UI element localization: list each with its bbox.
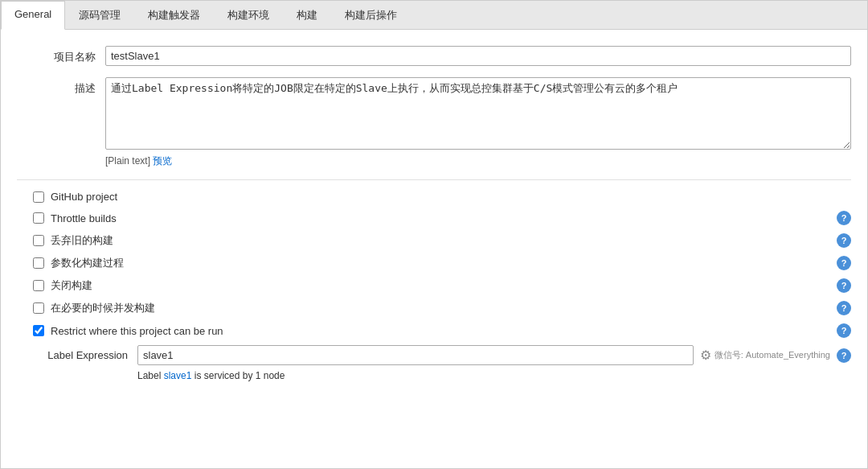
checkbox-row-disable-build: 关闭构建 ?: [17, 274, 851, 297]
restrict-where-checkbox[interactable]: [33, 325, 44, 336]
project-name-input[interactable]: [105, 46, 851, 66]
watermark-icon: ⚙: [700, 348, 711, 363]
github-project-checkbox[interactable]: [33, 191, 44, 203]
concurrent-build-checkbox[interactable]: [33, 302, 44, 314]
discard-builds-help-icon[interactable]: ?: [837, 233, 851, 248]
concurrent-build-help-icon[interactable]: ?: [837, 301, 851, 315]
tab-scm[interactable]: 源码管理: [65, 1, 134, 29]
plain-text-label: [Plain text]: [105, 155, 150, 167]
description-label: 描述: [17, 77, 105, 96]
checkbox-rows: GitHub project Throttle builds ? 丢弃旧的构建 …: [17, 187, 851, 381]
parameterize-help-icon[interactable]: ?: [837, 256, 851, 270]
divider: [17, 179, 851, 180]
discard-builds-label[interactable]: 丢弃旧的构建: [51, 233, 830, 248]
checkbox-row-concurrent-build: 在必要的时候并发构建 ?: [17, 297, 851, 319]
label-hint: Label slave1 is serviced by 1 node: [17, 370, 851, 381]
checkbox-row-parameterize: 参数化构建过程 ?: [17, 252, 851, 274]
disable-build-checkbox[interactable]: [33, 280, 44, 291]
description-textarea[interactable]: 通过Label Expression将特定的JOB限定在特定的Slave上执行，…: [105, 77, 851, 150]
checkbox-row-discard-builds: 丢弃旧的构建 ?: [17, 229, 851, 252]
restrict-where-help-icon[interactable]: ?: [837, 323, 851, 338]
disable-build-label[interactable]: 关闭构建: [51, 278, 830, 293]
disable-build-help-icon[interactable]: ?: [837, 278, 851, 293]
label-hint-link[interactable]: slave1: [164, 370, 192, 381]
checkbox-row-restrict-where: Restrict where this project can be run ?: [17, 319, 851, 342]
project-name-label: 项目名称: [17, 46, 105, 64]
jenkins-config-container: General 源码管理 构建触发器 构建环境 构建 构建后操作 项目名称 描述…: [0, 0, 868, 469]
tab-post-build[interactable]: 构建后操作: [331, 1, 411, 29]
throttle-builds-checkbox[interactable]: [33, 212, 44, 224]
label-expression-wrapper: ⚙ 微信号: Automate_Everything ?: [137, 345, 851, 365]
preview-link[interactable]: 预览: [153, 155, 172, 167]
parameterize-label[interactable]: 参数化构建过程: [51, 256, 830, 270]
tab-build[interactable]: 构建: [283, 1, 331, 29]
throttle-builds-help-icon[interactable]: ?: [837, 211, 851, 225]
tab-build-triggers[interactable]: 构建触发器: [134, 1, 214, 29]
github-project-label[interactable]: GitHub project: [51, 191, 851, 203]
label-expression-input[interactable]: [137, 345, 694, 365]
label-hint-suffix: is serviced by 1 node: [191, 370, 285, 381]
parameterize-checkbox[interactable]: [33, 257, 44, 269]
checkbox-row-github-project: GitHub project: [17, 187, 851, 207]
tab-general[interactable]: General: [1, 1, 65, 30]
project-name-row: 项目名称: [17, 46, 851, 66]
concurrent-build-label[interactable]: 在必要的时候并发构建: [51, 301, 830, 315]
watermark-text: 微信号: Automate_Everything: [714, 349, 830, 361]
watermark-badge: ⚙ 微信号: Automate_Everything: [700, 348, 830, 363]
tab-content: 项目名称 描述 通过Label Expression将特定的JOB限定在特定的S…: [1, 30, 867, 397]
tab-build-env[interactable]: 构建环境: [214, 1, 283, 29]
label-expression-row: Label Expression ⚙ 微信号: Automate_Everyth…: [17, 342, 851, 368]
description-row: 描述 通过Label Expression将特定的JOB限定在特定的Slave上…: [17, 77, 851, 168]
restrict-where-label[interactable]: Restrict where this project can be run: [51, 325, 830, 337]
description-wrapper: 通过Label Expression将特定的JOB限定在特定的Slave上执行，…: [105, 77, 851, 168]
throttle-builds-label[interactable]: Throttle builds: [51, 212, 830, 224]
label-expression-label: Label Expression: [33, 349, 137, 361]
checkbox-row-throttle-builds: Throttle builds ?: [17, 207, 851, 229]
project-name-wrapper: [105, 46, 851, 66]
discard-builds-checkbox[interactable]: [33, 235, 44, 246]
tab-bar: General 源码管理 构建触发器 构建环境 构建 构建后操作: [1, 1, 867, 30]
label-expression-help-icon[interactable]: ?: [837, 348, 851, 363]
label-hint-prefix: Label: [137, 370, 164, 381]
plain-text-hint: [Plain text] 预览: [105, 154, 851, 168]
